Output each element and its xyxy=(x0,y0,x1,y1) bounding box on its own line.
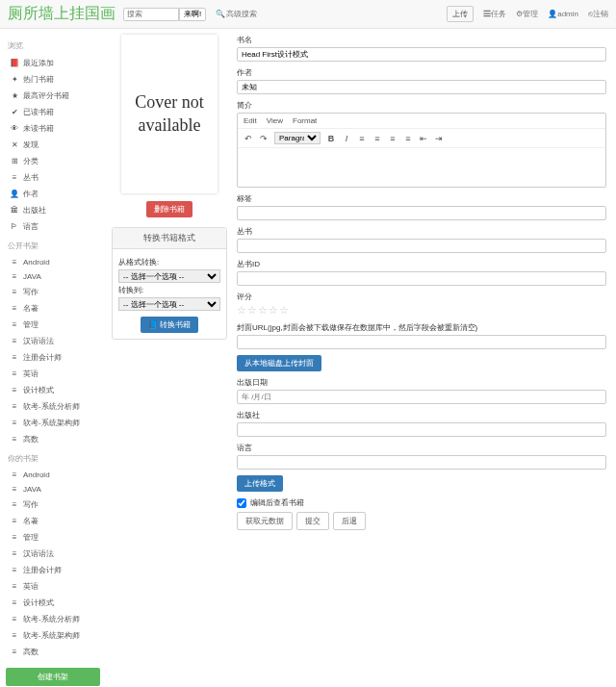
shelf-item[interactable]: ≡JAVA xyxy=(6,269,100,284)
editor-menu-view[interactable]: View xyxy=(267,116,283,125)
indent-icon[interactable]: ⇥ xyxy=(434,134,444,143)
convert-button[interactable]: 📘 转换书籍 xyxy=(141,317,198,333)
shelf-item-label: 英语 xyxy=(23,581,38,592)
sidebar-item[interactable]: ★最高评分书籍 xyxy=(6,88,100,104)
align-right-icon[interactable]: ≡ xyxy=(388,134,398,143)
upload-local-cover-button[interactable]: 从本地磁盘上传封面 xyxy=(237,355,321,371)
undo-icon[interactable]: ↶ xyxy=(244,134,253,143)
shelf-item[interactable]: ≡软考-系统架构师 xyxy=(6,415,100,431)
editor-body[interactable] xyxy=(238,148,605,187)
advanced-search-link[interactable]: 高级搜索 xyxy=(216,9,257,19)
title-input[interactable] xyxy=(237,47,606,62)
sidebar-item[interactable]: 📕最近添加 xyxy=(6,55,100,71)
shelf-item[interactable]: ≡设计模式 xyxy=(6,595,100,611)
series-input[interactable] xyxy=(237,239,606,253)
sidebar-icon: 👤 xyxy=(10,190,19,198)
list-icon: ≡ xyxy=(10,500,19,509)
convert-from-select[interactable]: -- 选择一个选项 -- xyxy=(118,269,220,283)
list-icon: ≡ xyxy=(10,353,19,362)
sidebar-item[interactable]: 👤作者 xyxy=(6,186,100,202)
align-center-icon[interactable]: ≡ xyxy=(372,134,382,143)
shelf-item[interactable]: ≡高数 xyxy=(6,644,100,660)
tags-input[interactable] xyxy=(237,206,606,220)
shelf-item[interactable]: ≡英语 xyxy=(6,366,100,382)
shelf-item[interactable]: ≡Android xyxy=(6,255,100,269)
publisher-input[interactable] xyxy=(237,422,606,437)
sidebar-item[interactable]: ✕发现 xyxy=(6,137,100,153)
search-input[interactable] xyxy=(123,8,179,21)
sidebar-item[interactable]: ⊞分类 xyxy=(6,153,100,169)
create-shelf-button[interactable]: 创建书架 xyxy=(6,668,100,686)
shelf-item[interactable]: ≡写作 xyxy=(6,496,100,513)
series-id-input[interactable] xyxy=(237,271,606,286)
sidebar-item[interactable]: ≡丛书 xyxy=(6,169,100,186)
paragraph-select[interactable]: Paragraph xyxy=(274,132,321,144)
convert-panel: 转换书籍格式 从格式转换: -- 选择一个选项 -- 转换到: -- 选择一个选… xyxy=(112,227,227,340)
convert-to-select[interactable]: -- 选择一个选项 -- xyxy=(118,297,220,311)
author-label: 作者 xyxy=(237,67,606,78)
list-icon: ≡ xyxy=(10,337,19,345)
upload-button[interactable]: 上传 xyxy=(447,6,474,22)
shelf-item[interactable]: ≡Android xyxy=(6,468,100,482)
shelf-item-label: 汉语语法 xyxy=(23,336,54,346)
shelf-item[interactable]: ≡汉语语法 xyxy=(6,333,100,349)
shelf-item[interactable]: ≡管理 xyxy=(6,317,100,333)
list-icon: ≡ xyxy=(10,549,19,558)
user-link[interactable]: 👤admin xyxy=(548,10,578,18)
upload-format-button[interactable]: 上传格式 xyxy=(237,475,283,492)
fetch-metadata-button[interactable]: 获取元数据 xyxy=(237,512,293,530)
shelf-item[interactable]: ≡写作 xyxy=(6,284,100,300)
delete-book-button[interactable]: 删除书籍 xyxy=(146,201,192,217)
author-input[interactable] xyxy=(237,80,606,94)
pubdate-input[interactable] xyxy=(237,390,606,404)
submit-button[interactable]: 提交 xyxy=(296,512,329,530)
editor-menu-format[interactable]: Format xyxy=(293,116,317,125)
shelf-item[interactable]: ≡汉语语法 xyxy=(6,546,100,562)
sidebar-item[interactable]: 👁未读书籍 xyxy=(6,120,100,137)
shelf-item[interactable]: ≡管理 xyxy=(6,529,100,546)
outdent-icon[interactable]: ⇤ xyxy=(419,134,428,143)
italic-icon[interactable]: I xyxy=(342,134,351,143)
language-input[interactable] xyxy=(237,455,606,470)
sidebar-icon: ⊞ xyxy=(10,157,19,165)
sidebar-item[interactable]: ✔已读书籍 xyxy=(6,104,100,120)
shelf-item[interactable]: ≡名著 xyxy=(6,513,100,529)
list-icon: ≡ xyxy=(10,566,19,574)
logout-link[interactable]: ⎋注销 xyxy=(588,9,608,19)
rating-stars[interactable]: ☆☆☆☆☆ xyxy=(237,304,606,317)
desc-editor[interactable]: Edit View Format ↶ ↷ Paragraph B I ≡ ≡ ≡… xyxy=(237,113,606,188)
cover-url-input[interactable] xyxy=(237,335,606,349)
sidebar-item[interactable]: 🏛出版社 xyxy=(6,202,100,218)
shelf-item[interactable]: ≡软考-系统架构师 xyxy=(6,627,100,644)
redo-icon[interactable]: ↷ xyxy=(259,134,269,143)
publisher-label: 出版社 xyxy=(237,410,606,420)
view-after-edit-checkbox[interactable] xyxy=(237,498,246,508)
sidebar: 浏览 📕最近添加✦热门书籍★最高评分书籍✔已读书籍👁未读书籍✕发现⊞分类≡丛书👤… xyxy=(0,29,106,687)
shelf-item[interactable]: ≡英语 xyxy=(6,578,100,595)
shelf-item[interactable]: ≡软考-系统分析师 xyxy=(6,611,100,627)
sidebar-item-label: 丛书 xyxy=(23,172,38,183)
brand[interactable]: 厕所墙上挂国画 xyxy=(8,4,116,24)
list-icon: ≡ xyxy=(10,485,19,494)
shelf-item[interactable]: ≡名著 xyxy=(6,300,100,317)
align-left-icon[interactable]: ≡ xyxy=(357,134,367,143)
editor-menu-edit[interactable]: Edit xyxy=(244,116,257,125)
shelf-item[interactable]: ≡注册会计师 xyxy=(6,349,100,366)
tasks-link[interactable]: ☰任务 xyxy=(483,9,506,19)
sidebar-head-public: 公开书架 xyxy=(8,241,100,251)
manage-link[interactable]: ⚙管理 xyxy=(516,9,538,19)
bold-icon[interactable]: B xyxy=(326,134,336,143)
convert-from-label: 从格式转换: xyxy=(118,257,220,267)
shelf-item[interactable]: ≡JAVA xyxy=(6,482,100,496)
shelf-item[interactable]: ≡高数 xyxy=(6,431,100,447)
sidebar-item[interactable]: 🏳语言 xyxy=(6,218,100,235)
shelf-item[interactable]: ≡设计模式 xyxy=(6,382,100,398)
search-button[interactable]: 来啊! xyxy=(179,8,206,21)
sidebar-item[interactable]: ✦热门书籍 xyxy=(6,71,100,88)
align-justify-icon[interactable]: ≡ xyxy=(403,134,413,143)
back-button[interactable]: 后退 xyxy=(333,512,366,530)
shelf-item[interactable]: ≡软考-系统分析师 xyxy=(6,398,100,415)
sidebar-item-label: 最近添加 xyxy=(23,58,54,68)
shelf-item-label: Android xyxy=(23,471,50,479)
shelf-item[interactable]: ≡注册会计师 xyxy=(6,562,100,578)
